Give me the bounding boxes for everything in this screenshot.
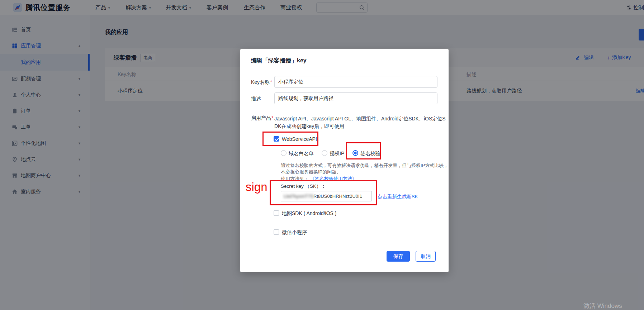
authorized-ip-radio[interactable]: [322, 150, 327, 156]
wechat-miniprogram-checkbox[interactable]: [274, 229, 279, 235]
regenerate-sk-link[interactable]: 点击重新生成新SK: [378, 194, 418, 200]
key-name-label: Key名称*: [251, 79, 272, 86]
domain-whitelist-label[interactable]: 域名白名单: [289, 151, 314, 157]
secret-key-masked-part: Lbd7kysmT7S: [284, 194, 313, 199]
products-description: Javascript API、Javascript API GL、地图组件、An…: [274, 115, 446, 130]
secret-key-label: Secret key （SK）：: [281, 183, 326, 190]
edit-key-modal: 编辑「绿客播播」key Key名称* 描述 启用产品* Javascript A…: [240, 49, 449, 272]
authorized-ip-label[interactable]: 授权IP: [330, 151, 344, 157]
domain-whitelist-radio[interactable]: [281, 150, 287, 156]
secret-key-input[interactable]: Lbd7kysmT7SRt8US0bHRHNrz2U0I1: [281, 191, 372, 201]
map-sdk-checkbox[interactable]: [274, 210, 279, 216]
save-button[interactable]: 保存: [387, 251, 410, 262]
signature-help-line3: 使用方法见： 《签名校验使用方法》: [281, 176, 357, 182]
signature-verify-radio[interactable]: [352, 150, 358, 156]
key-name-input[interactable]: [274, 76, 437, 88]
signature-help-line2: 不必担心服务器换IP的问题。: [281, 169, 341, 175]
secret-key-visible-part: Rt8US0bHRHNrz2U0I1: [313, 194, 362, 199]
modal-title: 编辑「绿客播播」key: [251, 57, 307, 65]
annotation-sign-text: sign: [246, 180, 267, 194]
desc-label: 描述: [251, 96, 261, 102]
cancel-button[interactable]: 取消: [416, 251, 436, 262]
signature-usage-doc-link[interactable]: 《签名校验使用方法》: [310, 176, 357, 181]
required-asterisk: *: [271, 115, 273, 121]
map-sdk-label[interactable]: 地图SDK ( Android/iOS ): [282, 210, 337, 217]
required-asterisk: *: [270, 79, 272, 85]
webservice-api-checkbox[interactable]: [274, 136, 279, 142]
products-label: 启用产品*: [251, 115, 273, 121]
webservice-api-label[interactable]: WebServiceAPI: [282, 136, 317, 142]
signature-help-line1: 通过签名校验的方式，可有效解决请求伪造，稍有开发量，但与授权IP方式比较，: [281, 162, 448, 169]
desc-input[interactable]: [274, 92, 437, 104]
wechat-miniprogram-label[interactable]: 微信小程序: [282, 229, 307, 236]
signature-verify-label[interactable]: 签名校验: [360, 151, 380, 157]
